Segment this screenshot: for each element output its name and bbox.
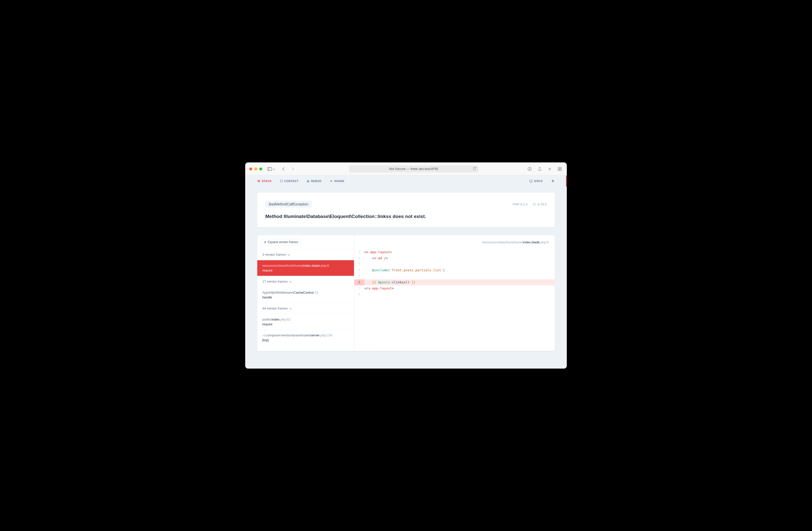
svg-line-19 — [307, 182, 307, 182]
code-line: 1<x-app-layout> — [354, 249, 555, 255]
chevron-down-icon — [290, 280, 291, 283]
stack-icon — [257, 180, 260, 183]
code-line: 7</x-app-layout> — [354, 285, 555, 291]
bug-icon — [306, 180, 309, 183]
php-version: PHP 8.1.0 — [513, 202, 527, 206]
error-indicator — [566, 176, 567, 186]
nav-debug[interactable]: DEBUG — [306, 180, 322, 183]
app-content: STACK CONTEXT DEBUG SHARE DOCS — [245, 176, 567, 368]
chevron-down-icon — [273, 167, 275, 171]
window-controls — [249, 167, 262, 170]
downloads-button[interactable] — [526, 166, 533, 172]
laravel-version: 8.79.0 — [533, 202, 547, 206]
error-message: Method Illuminate\Database\Eloquent\Coll… — [265, 214, 547, 219]
svg-rect-7 — [560, 167, 562, 169]
svg-rect-9 — [560, 169, 562, 171]
browser-window: Not Secure — freek.dev.test/#F65 — [245, 163, 567, 368]
svg-line-20 — [308, 182, 309, 182]
back-button[interactable] — [281, 166, 287, 172]
reload-button[interactable] — [473, 167, 476, 171]
exception-badge: BadMethodCallException — [265, 201, 312, 208]
svg-point-21 — [530, 180, 532, 183]
url-text: Not Secure — freek.dev.test/#F65 — [389, 167, 438, 171]
stack-panel: Expand vendor frames 3 vendor frames res… — [257, 235, 555, 351]
code-line: 2 <x-ad /> — [354, 255, 555, 261]
frame-item[interactable]: ~/.composer/vendor/laravel/valet/server.… — [257, 330, 354, 346]
expand-icon — [264, 240, 266, 244]
share-button[interactable] — [537, 166, 543, 172]
browser-toolbar: Not Secure — freek.dev.test/#F65 — [245, 163, 567, 176]
svg-rect-8 — [558, 169, 560, 171]
frame-item[interactable]: 44 vendor frames — [257, 303, 354, 314]
svg-rect-6 — [558, 167, 560, 169]
close-window-button[interactable] — [249, 167, 252, 170]
frame-item[interactable]: public/index.php:52require — [257, 314, 354, 330]
nav-docs[interactable]: DOCS — [530, 180, 543, 183]
share-icon — [330, 180, 333, 183]
laravel-icon — [533, 202, 536, 206]
url-bar[interactable]: Not Secure — freek.dev.test/#F65 — [349, 165, 478, 172]
docs-icon — [530, 180, 533, 183]
app-nav: STACK CONTEXT DEBUG SHARE DOCS — [245, 176, 567, 186]
frames-list: Expand vendor frames 3 vendor frames res… — [257, 235, 354, 351]
code-line: 6 {{ $posts->linkss() }} — [354, 279, 555, 285]
sidebar-toggle[interactable] — [267, 167, 275, 171]
frame-item[interactable]: 17 vendor frames — [257, 276, 354, 287]
code-line: 5 — [354, 273, 555, 279]
sidebar-icon — [267, 167, 272, 171]
frame-item[interactable]: resources/views/front/home/index.blade.p… — [257, 260, 354, 276]
code-lines: 1<x-app-layout>2 <x-ad />34 @include('fr… — [354, 249, 555, 297]
settings-button[interactable] — [551, 179, 555, 183]
nav-context[interactable]: CONTEXT — [280, 180, 299, 183]
frame-item[interactable]: 3 vendor frames — [257, 249, 354, 260]
svg-rect-0 — [267, 167, 272, 170]
forward-button[interactable] — [290, 166, 296, 172]
nav-stack[interactable]: STACK — [257, 180, 272, 183]
nav-share[interactable]: SHARE — [330, 180, 345, 183]
tabs-overview-button[interactable] — [557, 166, 563, 172]
context-icon — [280, 180, 283, 183]
code-view: resources/views/front/home/index.blade.p… — [354, 235, 555, 351]
maximize-window-button[interactable] — [259, 167, 262, 170]
code-file-path: resources/views/front/home/index.blade.p… — [354, 240, 555, 249]
error-card: BadMethodCallException PHP 8.1.0 8.79.0 … — [257, 193, 555, 227]
frame-item[interactable]: App\Http\Middleware\CacheControl:13handl… — [257, 287, 354, 303]
code-line: 3 — [354, 261, 555, 267]
expand-vendor-button[interactable]: Expand vendor frames — [261, 239, 301, 246]
new-tab-button[interactable] — [547, 166, 553, 172]
code-line: 8 — [354, 291, 555, 297]
code-line: 4 @include('front.posts.partials.list') — [354, 267, 555, 273]
minimize-window-button[interactable] — [254, 167, 257, 170]
gear-icon — [551, 179, 555, 183]
chevron-down-icon — [290, 307, 291, 310]
chevron-down-icon — [288, 253, 290, 256]
